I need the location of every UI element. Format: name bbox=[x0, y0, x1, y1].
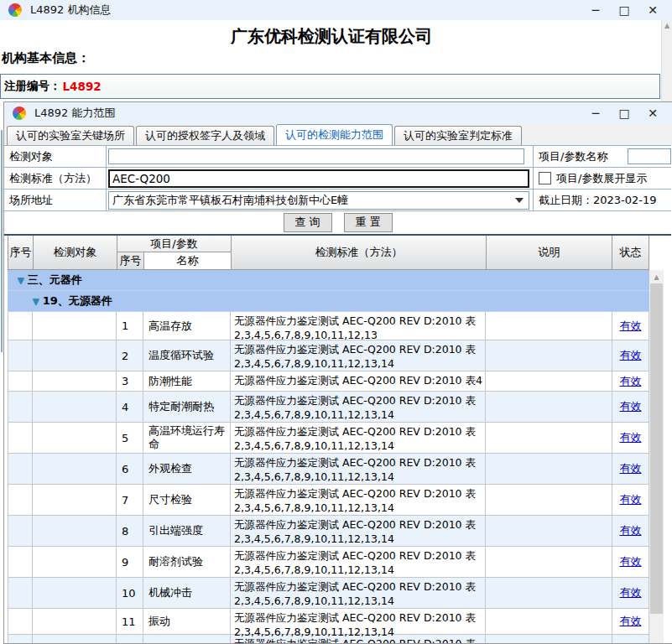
app-pinwheel-icon bbox=[8, 3, 22, 17]
form-row-address: 场所地址 广东省东莞市常平镇板石村南埔科技创新中心E幢 截止日期：2023-02… bbox=[4, 190, 671, 211]
standard-method: 无源器件应力鉴定测试 AEC-Q200 REV D:2010 表2,3,4,5,… bbox=[231, 516, 486, 546]
status-link[interactable]: 有效 bbox=[620, 523, 642, 538]
standard-method: 无源器件应力鉴定测试 AEC-Q200 REV D:2010 表2,3,4,5,… bbox=[231, 485, 486, 515]
group-row-passive-components[interactable]: ▼ 19、无源器件 bbox=[8, 291, 649, 312]
tab-lab-criteria[interactable]: 认可的实验室判定标准 bbox=[394, 126, 522, 145]
standard-method: 无源器件应力鉴定测试 AEC-Q200 REV D:2010 表2,3,4,5,… bbox=[231, 578, 486, 608]
table-row: 6 外观检查 无源器件应力鉴定测试 AEC-Q200 REV D:2010 表2… bbox=[8, 454, 649, 485]
app-pinwheel-icon bbox=[13, 106, 26, 120]
capability-scope-window: L4892 能力范围 ─ □ ✕ 认可的实验室关键场所 认可的授权签字人及领域 … bbox=[3, 101, 672, 644]
minimize-icon[interactable]: ─ bbox=[581, 0, 610, 20]
collapse-icon[interactable]: ▼ bbox=[33, 297, 39, 306]
standard-method: 无源器件应力鉴定测试 AEC-Q200 REV D:2010 表2,3,4,5,… bbox=[231, 340, 486, 371]
param-name: 外观检查 bbox=[143, 454, 231, 484]
expand-checkbox-label: 项目/参数展开显示 bbox=[556, 171, 647, 186]
standard-method: 无源器件应力鉴定测试 AEC-Q200 REV D:2010 表2,3,4,5,… bbox=[231, 423, 486, 453]
background-window-edge bbox=[1, 130, 3, 352]
maximize-icon[interactable]: □ bbox=[610, 103, 638, 123]
group-row-components[interactable]: ▼ 三、元器件 bbox=[8, 270, 649, 291]
status-link[interactable]: 有效 bbox=[620, 585, 642, 600]
status-link[interactable]: 有效 bbox=[620, 492, 642, 507]
header-param-name: 名称 bbox=[144, 252, 232, 270]
status-link[interactable]: 有效 bbox=[620, 614, 642, 629]
param-name: 防潮性能 bbox=[143, 371, 231, 391]
table-row-partial: 无源器件应力鉴定测试 AEC-Q200 REV D:2010 表 bbox=[8, 635, 649, 644]
close-icon[interactable]: ✕ bbox=[638, 103, 667, 123]
table-row: 7 尺寸检验 无源器件应力鉴定测试 AEC-Q200 REV D:2010 表2… bbox=[8, 485, 649, 516]
table-body: ▼ 三、元器件 ▼ 19、无源器件 1 高温存放 无源器件应力鉴定测试 AEC-… bbox=[8, 270, 649, 644]
scroll-up-icon[interactable]: ▲ bbox=[662, 20, 672, 32]
query-button[interactable]: 查 询 bbox=[284, 213, 332, 232]
group-label: 19、无源器件 bbox=[43, 293, 112, 309]
fg-window-titlebar[interactable]: L4892 能力范围 ─ □ ✕ bbox=[4, 102, 672, 124]
company-title: 广东优科检测认证有限公司 bbox=[0, 25, 663, 48]
status-link[interactable]: 有效 bbox=[620, 554, 642, 569]
tab-key-locations[interactable]: 认可的实验室关键场所 bbox=[7, 126, 134, 145]
bg-window-scrollbar[interactable]: ▲ bbox=[661, 20, 672, 102]
collapse-icon[interactable]: ▼ bbox=[18, 276, 24, 285]
status-link[interactable]: 有效 bbox=[620, 461, 642, 476]
param-seq: 4 bbox=[117, 392, 143, 422]
scroll-up-icon[interactable]: ▲ bbox=[649, 270, 664, 283]
deadline-text: 截止日期：2023-02-19 bbox=[539, 193, 657, 208]
scrollbar-thumb[interactable] bbox=[650, 283, 663, 614]
status-link[interactable]: 有效 bbox=[620, 430, 642, 445]
param-seq: 11 bbox=[117, 609, 143, 634]
address-label: 场所地址 bbox=[4, 190, 107, 210]
fg-window-title: L4892 能力范围 bbox=[34, 106, 115, 121]
registration-value: L4892 bbox=[63, 80, 102, 93]
tab-testing-capability[interactable]: 认可的检测能力范围 bbox=[276, 124, 393, 145]
header-param-group-col: 项目/参数 序号 名称 bbox=[117, 236, 232, 270]
tab-authorized-signatories[interactable]: 认可的授权签字人及领域 bbox=[136, 126, 274, 145]
table-row: 4 特定耐潮耐热 无源器件应力鉴定测试 AEC-Q200 REV D:2010 … bbox=[8, 392, 649, 423]
status-link[interactable]: 有效 bbox=[620, 348, 642, 363]
param-seq: 8 bbox=[117, 516, 143, 546]
search-form: 检测对象 项目/参数名称 检测标准（方法） 项目/参数展开显示 场所地址 bbox=[4, 145, 671, 211]
standard-method: 无源器件应力鉴定测试 AEC-Q200 REV D:2010 表2,3,4,5,… bbox=[231, 312, 486, 340]
table-row: 9 耐溶剂试验 无源器件应力鉴定测试 AEC-Q200 REV D:2010 表… bbox=[8, 547, 649, 578]
param-seq: 1 bbox=[117, 312, 143, 340]
registration-label: 注册编号： bbox=[4, 79, 61, 94]
address-dropdown-value: 广东省东莞市常平镇板石村南埔科技创新中心E幢 bbox=[112, 193, 348, 208]
object-input[interactable] bbox=[108, 148, 524, 164]
param-seq: 9 bbox=[117, 547, 143, 577]
header-param-seq: 序号 bbox=[117, 252, 144, 270]
param-name-input[interactable] bbox=[628, 148, 671, 164]
bg-window-titlebar[interactable]: L4892 机构信息 ─ □ ✕ bbox=[0, 0, 672, 20]
table-row: 2 温度循环试验 无源器件应力鉴定测试 AEC-Q200 REV D:2010 … bbox=[8, 340, 649, 371]
reset-button[interactable]: 重 置 bbox=[344, 213, 393, 232]
table-row: 8 引出端强度 无源器件应力鉴定测试 AEC-Q200 REV D:2010 表… bbox=[8, 516, 649, 547]
table-row: 10 机械冲击 无源器件应力鉴定测试 AEC-Q200 REV D:2010 表… bbox=[8, 578, 649, 609]
expand-checkbox[interactable] bbox=[539, 172, 551, 184]
param-name: 耐溶剂试验 bbox=[143, 547, 231, 577]
minimize-icon[interactable]: ─ bbox=[581, 103, 610, 123]
param-seq: 5 bbox=[117, 423, 143, 453]
standard-method: 无源器件应力鉴定测试 AEC-Q200 REV D:2010 表2,3,4,5,… bbox=[231, 392, 486, 422]
param-name: 高温存放 bbox=[143, 312, 231, 340]
param-seq: 10 bbox=[117, 578, 143, 608]
param-name-label: 项目/参数名称 bbox=[539, 149, 607, 164]
param-seq bbox=[117, 635, 143, 643]
header-status: 状态 bbox=[612, 236, 649, 270]
param-name: 机械冲击 bbox=[143, 578, 231, 608]
form-row-object: 检测对象 项目/参数名称 bbox=[4, 146, 671, 168]
close-icon[interactable]: ✕ bbox=[638, 0, 667, 20]
table-scrollbar[interactable]: ▲ bbox=[649, 270, 664, 644]
dropdown-arrow-icon bbox=[515, 198, 524, 203]
maximize-icon[interactable]: □ bbox=[610, 0, 638, 20]
button-row: 查 询 重 置 bbox=[4, 210, 671, 234]
table-header: 序号 检测对象 项目/参数 序号 名称 检测标准（方法） 说明 状态 bbox=[8, 236, 649, 270]
standard-method: 无源器件应力鉴定测试 AEC-Q200 REV D:2010 表4 bbox=[231, 371, 486, 391]
standard-method: 无源器件应力鉴定测试 AEC-Q200 REV D:2010 表2,3,4,5,… bbox=[231, 547, 486, 577]
status-link[interactable]: 有效 bbox=[620, 399, 642, 414]
address-dropdown[interactable]: 广东省东莞市常平镇板石村南埔科技创新中心E幢 bbox=[108, 191, 529, 210]
header-note: 说明 bbox=[487, 236, 612, 270]
header-object: 检测对象 bbox=[34, 236, 117, 270]
header-seq: 序号 bbox=[8, 236, 34, 270]
tab-bar: 认可的实验室关键场所 认可的授权签字人及领域 认可的检测能力范围 认可的实验室判… bbox=[4, 124, 672, 145]
status-link[interactable]: 有效 bbox=[620, 319, 642, 334]
standard-input[interactable] bbox=[108, 169, 529, 188]
registration-number-box: 注册编号： L4892 bbox=[0, 74, 660, 99]
status-link[interactable]: 有效 bbox=[620, 374, 642, 389]
param-name: 高温环境运行寿命 bbox=[143, 423, 231, 453]
